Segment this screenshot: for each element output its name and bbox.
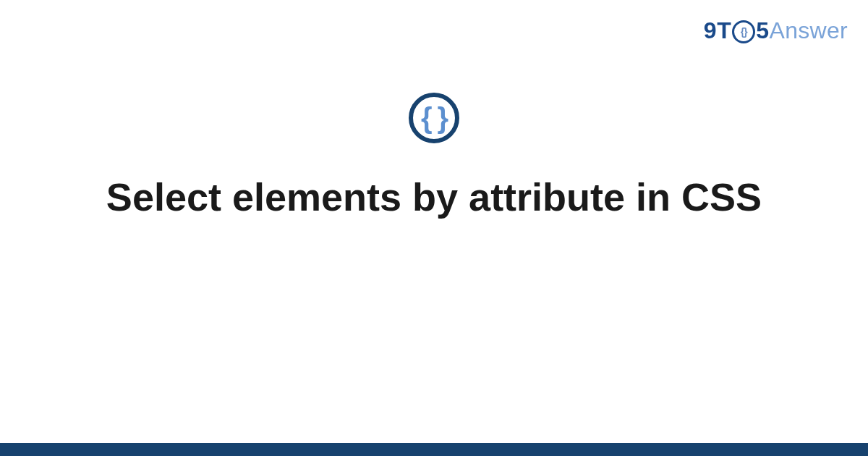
- css-braces-icon: { }: [409, 93, 459, 143]
- logo-text-9t: 9T: [704, 17, 731, 44]
- logo-text-5: 5: [756, 17, 769, 44]
- site-logo: 9T {} 5 Answer: [704, 17, 848, 44]
- page-title: Select elements by attribute in CSS: [106, 174, 762, 221]
- footer-bar: [0, 443, 868, 456]
- logo-clock-icon: {}: [732, 20, 755, 43]
- logo-text-answer: Answer: [769, 17, 848, 44]
- content-block: { } Select elements by attribute in CSS: [0, 93, 868, 221]
- logo-clock-inner: {}: [741, 27, 747, 37]
- braces-glyph: { }: [421, 104, 447, 132]
